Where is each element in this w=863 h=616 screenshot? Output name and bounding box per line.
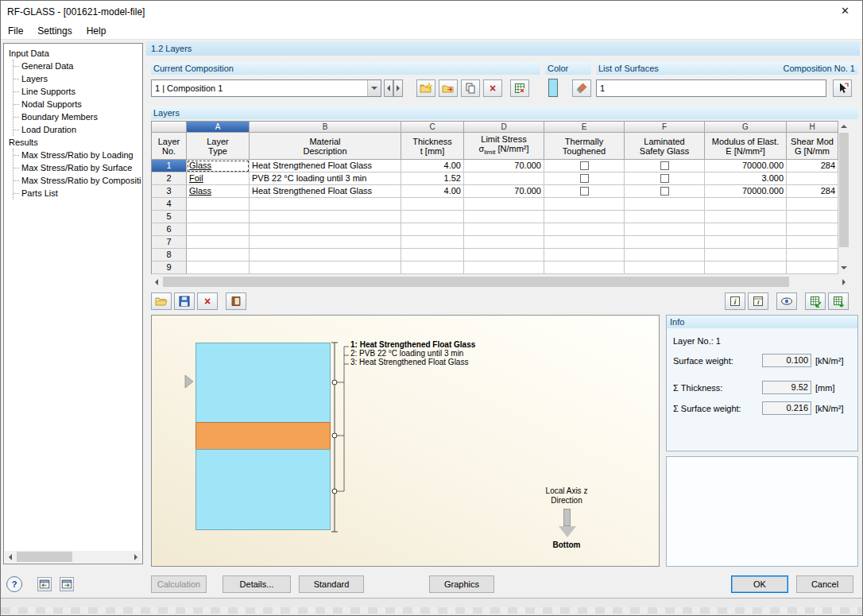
tree-item-max-stress-surface[interactable]: Max Stress/Ratio by Surface (14, 161, 141, 174)
header-material[interactable]: MaterialDescription (250, 133, 401, 160)
layer-type-cell[interactable]: Foil (187, 172, 250, 185)
modulus-cell[interactable] (705, 198, 787, 211)
surfaces-input[interactable]: 1 (596, 79, 826, 97)
checkbox[interactable] (580, 161, 589, 170)
laminated-safety-cell[interactable] (625, 262, 705, 274)
row-number-cell[interactable]: 2 (152, 172, 187, 185)
graphics-button[interactable]: Graphics (429, 575, 494, 593)
thermally-toughened-cell[interactable] (544, 172, 625, 185)
row-number-cell[interactable]: 1 (152, 160, 187, 172)
shear-cell[interactable]: 284 (787, 185, 838, 198)
excel-export-button-2[interactable] (828, 293, 849, 310)
limit-stress-cell[interactable] (464, 262, 544, 274)
thermally-toughened-cell[interactable] (544, 160, 625, 172)
scrollbar-thumb[interactable] (839, 133, 849, 247)
layer-type-cell[interactable] (187, 198, 250, 211)
pick-surfaces-button[interactable] (833, 79, 852, 97)
shear-cell[interactable] (787, 172, 838, 185)
modulus-cell[interactable] (705, 236, 787, 249)
excel-export-button[interactable] (510, 79, 529, 97)
row-number-cell[interactable]: 8 (152, 249, 187, 262)
column-letter-a[interactable]: A (187, 122, 250, 133)
column-letter-f[interactable]: F (625, 122, 705, 133)
layer-type-cell[interactable] (187, 249, 250, 262)
laminated-safety-cell[interactable] (625, 172, 705, 185)
tree-item-max-stress-loading[interactable]: Max Stress/Ratio by Loading (14, 149, 141, 161)
tree-item-nodal-supports[interactable]: Nodal Supports (14, 98, 141, 110)
thermally-toughened-cell[interactable] (544, 223, 625, 236)
tree-item-boundary-members[interactable]: Boundary Members (14, 110, 141, 123)
thermally-toughened-cell[interactable] (544, 198, 625, 211)
new-composition-button[interactable] (416, 79, 435, 97)
table-vertical-scrollbar[interactable] (838, 121, 849, 273)
layer-type-link[interactable]: Glass (189, 161, 211, 170)
thickness-cell[interactable] (401, 236, 464, 249)
row-number-cell[interactable]: 5 (152, 211, 187, 223)
shear-cell[interactable] (787, 249, 838, 262)
view-mode-button[interactable] (776, 293, 797, 310)
checkbox[interactable] (660, 174, 669, 183)
layer-type-link[interactable]: Foil (189, 173, 203, 183)
checkbox[interactable] (580, 187, 589, 196)
material-cell[interactable] (250, 236, 401, 249)
save-button[interactable] (174, 293, 195, 310)
material-library-button[interactable] (226, 293, 246, 310)
scroll-left-button[interactable] (5, 551, 16, 563)
limit-stress-cell[interactable]: 70.000 (464, 185, 544, 198)
material-cell[interactable] (250, 198, 401, 211)
tree-item-line-supports[interactable]: Line Supports (14, 85, 141, 98)
checkbox[interactable] (580, 174, 589, 183)
column-letter-h[interactable]: H (787, 122, 838, 133)
limit-stress-cell[interactable] (464, 223, 544, 236)
limit-stress-cell[interactable]: 70.000 (464, 160, 544, 172)
column-letter-g[interactable]: G (705, 122, 787, 133)
excel-import-button[interactable] (805, 293, 826, 310)
next-composition-button[interactable] (393, 79, 403, 97)
row-number-cell[interactable]: 6 (152, 223, 187, 236)
thickness-cell[interactable]: 4.00 (401, 160, 464, 172)
modulus-cell[interactable]: 70000.000 (705, 160, 787, 172)
row-number-cell[interactable]: 7 (152, 236, 187, 249)
tree-item-max-stress-composition[interactable]: Max Stress/Ratio by Composition (14, 174, 141, 187)
layer-type-cell[interactable]: Glass (187, 160, 250, 172)
laminated-safety-cell[interactable] (625, 160, 705, 172)
limit-stress-cell[interactable] (464, 249, 544, 262)
modulus-cell[interactable]: 70000.000 (705, 185, 787, 198)
corner-letter-cell[interactable] (152, 122, 187, 133)
header-layer-type[interactable]: LayerType (187, 133, 250, 160)
column-letter-e[interactable]: E (544, 122, 625, 133)
tree-root-results[interactable]: Results (9, 136, 141, 149)
composition-dropdown[interactable]: 1 | Composition 1 (151, 79, 381, 97)
import-composition-button[interactable] (439, 79, 458, 97)
color-swatch[interactable] (548, 79, 558, 97)
cancel-button[interactable]: Cancel (796, 575, 853, 593)
close-button[interactable]: ✕ (827, 0, 863, 21)
shear-cell[interactable] (787, 211, 838, 223)
thickness-cell[interactable] (401, 211, 464, 223)
modulus-cell[interactable]: 3.000 (705, 172, 787, 185)
header-shear-modulus[interactable]: Shear ModG [N/mm (787, 133, 838, 160)
thickness-cell[interactable] (401, 262, 464, 274)
tree-item-parts-list[interactable]: Parts List (14, 187, 141, 200)
open-button[interactable] (151, 293, 172, 310)
menu-settings[interactable]: Settings (30, 22, 79, 40)
shear-cell[interactable] (787, 223, 838, 236)
material-cell[interactable] (250, 223, 401, 236)
scroll-down-button[interactable] (838, 262, 849, 273)
header-thickness[interactable]: Thicknesst [mm] (401, 133, 464, 160)
standard-button[interactable]: Standard (299, 575, 364, 593)
material-cell[interactable] (250, 211, 401, 223)
delete-composition-button[interactable]: × (483, 79, 502, 97)
material-cell[interactable] (250, 249, 401, 262)
layer-type-cell[interactable]: Glass (187, 185, 250, 198)
scrollbar-thumb[interactable] (17, 552, 72, 562)
limit-stress-cell[interactable] (464, 172, 544, 185)
tree-item-layers[interactable]: Layers (14, 72, 141, 85)
thickness-cell[interactable]: 4.00 (401, 185, 464, 198)
row-number-cell[interactable]: 9 (152, 262, 187, 274)
scroll-right-button[interactable] (838, 276, 849, 288)
layer-type-link[interactable]: Glass (189, 186, 211, 196)
material-cell[interactable]: Heat Strengthened Float Glass (250, 185, 401, 198)
laminated-safety-cell[interactable] (625, 236, 705, 249)
previous-composition-button[interactable] (384, 79, 393, 97)
